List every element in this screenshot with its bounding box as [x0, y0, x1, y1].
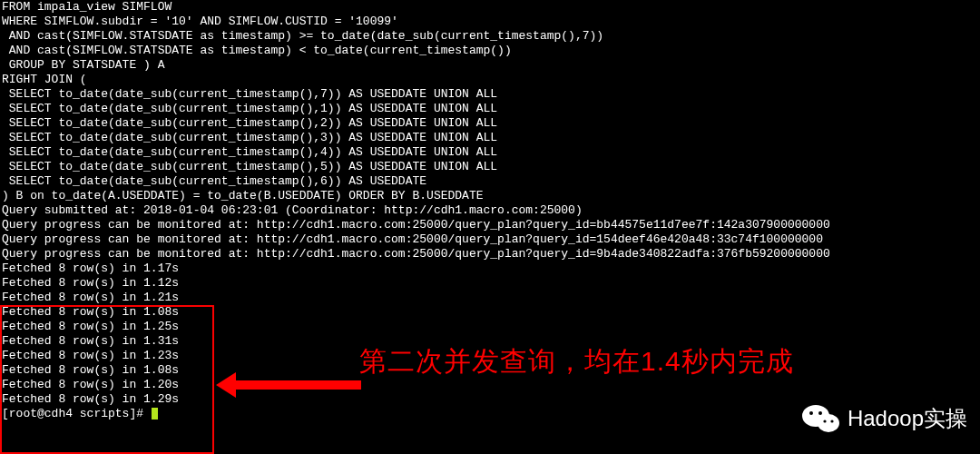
fetched-line: Fetched 8 row(s) in 1.08s: [0, 305, 980, 320]
watermark: Hadoop实操: [802, 403, 967, 434]
sql-line: WHERE SIMFLOW.subdir = '10' AND SIMFLOW.…: [0, 15, 980, 29]
sql-line: SELECT to_date(date_sub(current_timestam…: [0, 116, 980, 131]
status-line: Query progress can be monitored at: http…: [0, 247, 980, 262]
sql-line: AND cast(SIMFLOW.STATSDATE as timestamp)…: [0, 29, 980, 44]
wechat-icon: [802, 403, 840, 434]
watermark-label: Hadoop实操: [848, 411, 967, 426]
sql-line: SELECT to_date(date_sub(current_timestam…: [0, 145, 980, 160]
sql-line: AND cast(SIMFLOW.STATSDATE as timestamp)…: [0, 44, 980, 58]
sql-line: SELECT to_date(date_sub(current_timestam…: [0, 160, 980, 174]
svg-point-6: [830, 419, 833, 422]
status-line: Query submitted at: 2018-01-04 06:23:01 …: [0, 203, 980, 218]
sql-line: SELECT to_date(date_sub(current_timestam…: [0, 102, 980, 116]
svg-point-3: [809, 411, 813, 415]
sql-line: SELECT to_date(date_sub(current_timestam…: [0, 87, 980, 102]
sql-line: SELECT to_date(date_sub(current_timestam…: [0, 174, 980, 189]
sql-line: ) B on to_date(A.USEDDATE) = to_date(B.U…: [0, 189, 980, 203]
fetched-line: Fetched 8 row(s) in 1.20s: [0, 378, 980, 392]
sql-line: FROM impala_view SIMFLOW: [0, 0, 980, 15]
status-line: Query progress can be monitored at: http…: [0, 232, 980, 247]
sql-line: SELECT to_date(date_sub(current_timestam…: [0, 131, 980, 145]
annotation-text: 第二次并发查询，均在1.4秒内完成: [359, 354, 794, 369]
svg-point-4: [818, 411, 822, 415]
svg-point-5: [823, 419, 826, 422]
svg-point-2: [818, 414, 839, 432]
fetched-line: Fetched 8 row(s) in 1.25s: [0, 320, 980, 334]
terminal-window: FROM impala_view SIMFLOWWHERE SIMFLOW.su…: [0, 0, 980, 454]
status-line: Query progress can be monitored at: http…: [0, 218, 980, 232]
sql-line: RIGHT JOIN (: [0, 73, 980, 87]
fetched-line: Fetched 8 row(s) in 1.21s: [0, 291, 980, 305]
fetched-line: Fetched 8 row(s) in 1.17s: [0, 262, 980, 276]
prompt-text: [root@cdh4 scripts]#: [2, 407, 143, 420]
cursor: [152, 408, 158, 419]
sql-line: GROUP BY STATSDATE ) A: [0, 58, 980, 73]
fetched-line: Fetched 8 row(s) in 1.12s: [0, 276, 980, 291]
